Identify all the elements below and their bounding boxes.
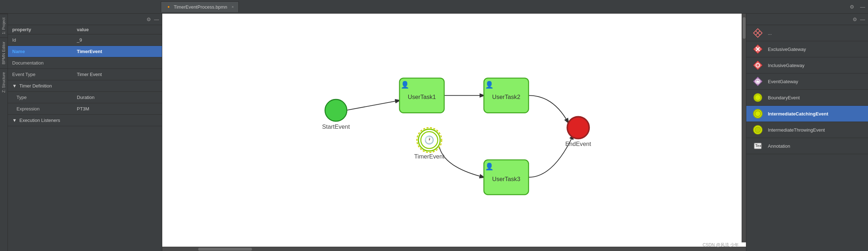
palette-icon-annotation: Text xyxy=(752,140,764,152)
prop-key-event-type: Event Type xyxy=(8,70,73,79)
palette-label-inclusive-gateway: InclusiveGateway xyxy=(768,63,804,68)
timer-event-clock-icon: 🕐 xyxy=(424,135,434,145)
prop-key-timer-definition: ▼ Timer Definition xyxy=(8,81,73,90)
right-panel: ⚙ — ... ExclusiveGat xyxy=(746,14,868,251)
vertical-tabs: 1: Project BPMN Editor Z: Structure xyxy=(0,14,8,251)
palette-label-intermediate-throwing: IntermediateThrowingEvent xyxy=(768,127,825,133)
tab-structure[interactable]: Z: Structure xyxy=(0,68,8,96)
tab-close-button[interactable]: × xyxy=(232,5,234,9)
right-panel-minimize-icon[interactable]: — xyxy=(860,16,865,22)
prop-row-event-type[interactable]: Event Type Timer Event xyxy=(8,69,162,80)
palette-item-annotation[interactable]: Text Annotation xyxy=(746,138,868,154)
tab-bpmn-editor[interactable]: BPMN Editor xyxy=(0,38,8,68)
end-event-label: EndEvent xyxy=(565,141,591,147)
properties-panel: ⚙ — property value Id _9 Name TimerEvent… xyxy=(8,14,162,251)
prop-key-name: Name xyxy=(8,47,73,56)
svg-text:Text: Text xyxy=(755,144,762,148)
palette-label-event-gateway: EventGateway xyxy=(768,79,798,84)
prop-val-timer-definition xyxy=(73,84,162,88)
properties-col-headers: property value xyxy=(8,25,162,34)
palette-item-intermediate-catching[interactable]: IntermediateCatchingEvent xyxy=(746,106,868,122)
properties-minimize-icon[interactable]: — xyxy=(154,16,159,22)
tab-label: TimerEventProcess.bpmn xyxy=(174,4,227,10)
user-task2-label: UserTask2 xyxy=(492,94,520,100)
properties-table: Id _9 Name TimerEvent Documentation Even… xyxy=(8,34,162,251)
tab-file-icon: 🔸 xyxy=(165,4,172,10)
prop-val-type: Duration xyxy=(73,93,162,102)
palette-item-truncated[interactable]: ... xyxy=(746,25,868,41)
bpmn-canvas[interactable]: StartEvent 👤 UserTask1 👤 UserTask2 👤 Use… xyxy=(162,14,746,247)
prop-val-execution-listeners xyxy=(73,119,162,122)
palette-item-boundary-event[interactable]: BoundaryEvent xyxy=(746,90,868,106)
end-event-shape[interactable] xyxy=(567,117,589,139)
prop-row-documentation[interactable]: Documentation xyxy=(8,57,162,69)
palette-label-annotation: Annotation xyxy=(768,143,790,149)
prop-key-documentation: Documentation xyxy=(8,58,73,67)
bpmn-diagram-svg: StartEvent 👤 UserTask1 👤 UserTask2 👤 Use… xyxy=(162,14,746,247)
tab-project[interactable]: 1: Project xyxy=(0,14,8,38)
prop-val-id: _9 xyxy=(73,35,162,44)
palette-label-intermediate-catching: IntermediateCatchingEvent xyxy=(768,111,828,117)
palette-icon-boundary-event xyxy=(752,92,764,103)
prop-section-execution-listeners[interactable]: ▼ Execution Listeners xyxy=(8,115,162,126)
file-tab[interactable]: 🔸 TimerEventProcess.bpmn × xyxy=(161,1,239,12)
palette-label-truncated: ... xyxy=(768,30,772,36)
properties-settings-icon[interactable]: ⚙ xyxy=(146,16,151,22)
palette-item-intermediate-throwing[interactable]: IntermediateThrowingEvent xyxy=(746,122,868,138)
palette-icon-intermediate-catching xyxy=(752,108,764,119)
prop-val-documentation xyxy=(73,61,162,65)
svg-text:👤: 👤 xyxy=(485,162,494,171)
prop-val-event-type: Timer Event xyxy=(73,70,162,79)
svg-marker-12 xyxy=(753,61,762,70)
start-event-shape[interactable] xyxy=(325,99,347,121)
palette-icon-exclusive-gateway xyxy=(752,43,764,55)
col-header-value: value xyxy=(73,25,93,34)
vertical-scrollbar-thumb[interactable] xyxy=(743,17,746,39)
horizontal-scrollbar-thumb[interactable] xyxy=(198,248,252,251)
prop-row-type[interactable]: Type Duration xyxy=(8,92,162,103)
palette-label-boundary-event: BoundaryEvent xyxy=(768,95,800,100)
tab-bar-actions: ⚙ — xyxy=(850,4,865,10)
palette-icon-intermediate-throwing xyxy=(752,124,764,136)
settings-icon[interactable]: ⚙ xyxy=(850,4,854,10)
svg-text:👤: 👤 xyxy=(401,81,410,89)
minimize-icon[interactable]: — xyxy=(860,4,865,10)
canvas-area: StartEvent 👤 UserTask1 👤 UserTask2 👤 Use… xyxy=(162,14,746,251)
right-panel-settings-icon[interactable]: ⚙ xyxy=(853,16,857,22)
prop-key-expression: Expression xyxy=(8,104,73,113)
prop-row-expression[interactable]: Expression PT3M xyxy=(8,103,162,115)
prop-val-name: TimerEvent xyxy=(73,47,162,56)
timer-event-label: TimerEvent xyxy=(414,153,445,160)
prop-val-expression: PT3M xyxy=(73,104,162,113)
prop-section-timer-definition[interactable]: ▼ Timer Definition xyxy=(8,80,162,92)
palette-icon-event-gateway xyxy=(752,76,764,87)
vertical-scrollbar[interactable] xyxy=(742,14,746,242)
right-panel-header: ⚙ — xyxy=(746,14,868,25)
properties-header: ⚙ — xyxy=(8,14,162,25)
tab-bar: 🔸 TimerEventProcess.bpmn × ⚙ — xyxy=(0,0,868,14)
svg-text:👤: 👤 xyxy=(485,81,494,89)
palette-item-inclusive-gateway[interactable]: InclusiveGateway xyxy=(746,57,868,74)
palette-icon-inclusive-gateway xyxy=(752,60,764,71)
palette-label-exclusive-gateway: ExclusiveGateway xyxy=(768,47,806,52)
horizontal-scrollbar[interactable] xyxy=(162,247,746,251)
user-task1-label: UserTask1 xyxy=(408,94,436,100)
palette-item-exclusive-gateway[interactable]: ExclusiveGateway xyxy=(746,41,868,57)
prop-key-id: Id xyxy=(8,35,73,44)
prop-key-execution-listeners: ▼ Execution Listeners xyxy=(8,116,73,125)
prop-key-type: Type xyxy=(8,93,73,102)
watermark: CSDN @风流 少年 xyxy=(703,242,739,248)
prop-row-id[interactable]: Id _9 xyxy=(8,34,162,46)
start-event-label: StartEvent xyxy=(322,123,350,130)
user-task3-label: UserTask3 xyxy=(492,176,520,183)
main-layout: 1: Project BPMN Editor Z: Structure ⚙ — … xyxy=(0,14,868,251)
palette-item-event-gateway[interactable]: EventGateway xyxy=(746,74,868,90)
prop-row-name[interactable]: Name TimerEvent xyxy=(8,46,162,57)
palette-icon-truncated xyxy=(752,27,764,39)
svg-point-22 xyxy=(755,127,761,133)
col-header-property: property xyxy=(8,25,73,34)
